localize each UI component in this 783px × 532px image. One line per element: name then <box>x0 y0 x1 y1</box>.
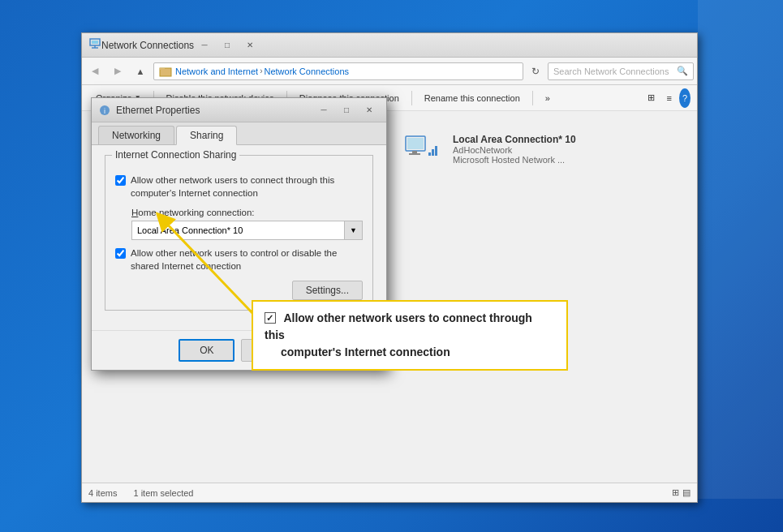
dialog-window-controls: ─ □ ✕ <box>313 102 380 118</box>
view-toggle-1[interactable]: ⊞ <box>672 487 679 498</box>
localarea10-status: AdHocNetwork <box>453 145 576 155</box>
toolbar-separator-4 <box>532 91 533 105</box>
back-button[interactable]: ◀ <box>85 62 105 81</box>
dialog-minimize-button[interactable]: ─ <box>313 102 334 118</box>
more-label: » <box>545 93 550 103</box>
dialog-maximize-button[interactable]: □ <box>336 102 357 118</box>
callout-line2: computer's Internet connection <box>281 344 450 361</box>
items-count: 4 items <box>88 488 117 498</box>
breadcrumb-part2: Network Connections <box>264 66 349 76</box>
tab-networking-label: Networking <box>112 130 161 141</box>
h-underline: H <box>131 208 138 217</box>
dropdown[interactable]: Local Area Connection* 10 ▼ <box>131 221 363 240</box>
svg-rect-16 <box>428 152 431 156</box>
svg-rect-1 <box>92 41 98 44</box>
nc-titlebar: Network Connections ─ □ ✕ <box>82 33 697 58</box>
svg-rect-17 <box>432 149 434 156</box>
up-button[interactable]: ▲ <box>131 62 150 81</box>
settings-btn-row: Settings... <box>115 281 363 300</box>
rename-label: Rename this connection <box>424 93 520 103</box>
checkbox2-label[interactable]: Allow other network users to control or … <box>131 247 363 272</box>
nc-close-button[interactable]: ✕ <box>239 37 260 54</box>
svg-rect-14 <box>412 151 417 153</box>
callout-text: Allow other network users to connect thr… <box>265 311 532 358</box>
statusbar-icons: ⊞ ▤ <box>672 487 691 498</box>
address-path[interactable]: Network and Internet › Network Connectio… <box>153 62 523 80</box>
callout-line1: Allow other network users to connect thr… <box>265 311 532 341</box>
dialog-title-icon: i <box>98 104 111 117</box>
nc-maximize-button[interactable]: □ <box>217 37 238 54</box>
home-network-field: Home networking connection: Local Area C… <box>131 208 363 240</box>
localarea10-adapter: Microsoft Hosted Network ... <box>453 155 576 165</box>
more-button[interactable]: » <box>538 88 557 108</box>
view-toggle-2[interactable]: ▤ <box>682 487 691 498</box>
checkbox2-row: Allow other network users to control or … <box>115 247 363 272</box>
rename-button[interactable]: Rename this connection <box>417 88 527 108</box>
dialog-title-text: Ethernet Properties <box>116 105 313 116</box>
localarea10-name: Local Area Connection* 10 <box>453 134 576 145</box>
dialog-tabs: Networking Sharing <box>92 122 386 145</box>
tab-networking[interactable]: Networking <box>98 126 174 144</box>
group-box-title: Internet Connection Sharing <box>112 149 239 161</box>
field-label: Home networking connection: <box>131 208 363 217</box>
settings-button[interactable]: Settings... <box>292 281 363 300</box>
view-icon1[interactable]: ⊞ <box>643 88 659 108</box>
dropdown-value: Local Area Connection* 10 <box>137 225 357 235</box>
dialog-close-button[interactable]: ✕ <box>359 102 380 118</box>
checkbox1-row: Allow other network users to connect thr… <box>115 174 363 200</box>
localarea10-info: Local Area Connection* 10 AdHocNetwork M… <box>453 134 576 165</box>
tab-sharing-label: Sharing <box>190 130 223 141</box>
help-button[interactable]: ? <box>679 88 691 108</box>
field-label-text: Home networking connection: <box>131 208 255 217</box>
callout-checkbox-icon <box>265 312 276 324</box>
checkbox1-label[interactable]: Allow other network users to connect thr… <box>131 174 363 200</box>
checkbox2[interactable] <box>115 248 126 259</box>
refresh-button[interactable]: ↻ <box>527 62 544 80</box>
address-bar: ◀ ▶ ▲ Network and Internet › Network Con… <box>82 58 697 85</box>
dropdown-arrow-icon: ▼ <box>344 221 362 239</box>
toolbar-separator-3 <box>411 91 412 105</box>
desktop: Network Connections ─ □ ✕ ◀ ▶ ▲ Network … <box>0 0 783 532</box>
right-panel <box>698 0 783 499</box>
breadcrumb-part1: Network and Internet <box>175 66 258 76</box>
connection-localarea10[interactable]: Local Area Connection* 10 AdHocNetwork M… <box>396 127 681 173</box>
svg-rect-5 <box>160 68 165 70</box>
search-placeholder: Search Network Connections <box>553 66 669 76</box>
callout-box: Allow other network users to connect thr… <box>252 300 568 371</box>
forward-button[interactable]: ▶ <box>108 62 127 81</box>
tab-sharing[interactable]: Sharing <box>176 126 237 145</box>
nc-minimize-button[interactable]: ─ <box>194 37 215 54</box>
nc-title-text: Network Connections <box>101 40 194 51</box>
svg-rect-15 <box>409 153 420 155</box>
nc-title-icon <box>88 37 101 53</box>
svg-text:i: i <box>104 107 105 115</box>
statusbar: 4 items 1 item selected ⊞ ▤ <box>82 483 697 502</box>
checkbox1[interactable] <box>115 175 126 186</box>
selected-count: 1 item selected <box>133 488 193 498</box>
search-icon: 🔍 <box>677 66 688 76</box>
ok-button[interactable]: OK <box>179 339 234 362</box>
view-icon2[interactable]: ≡ <box>662 88 675 108</box>
nc-window-controls: ─ □ ✕ <box>194 37 260 54</box>
dialog-titlebar: i Ethernet Properties ─ □ ✕ <box>92 98 386 122</box>
svg-rect-13 <box>407 138 424 149</box>
localarea10-icon <box>402 134 443 166</box>
svg-rect-18 <box>435 146 437 156</box>
search-box[interactable]: Search Network Connections 🔍 <box>548 62 694 80</box>
ics-group-box: Internet Connection Sharing Allow other … <box>105 155 373 311</box>
